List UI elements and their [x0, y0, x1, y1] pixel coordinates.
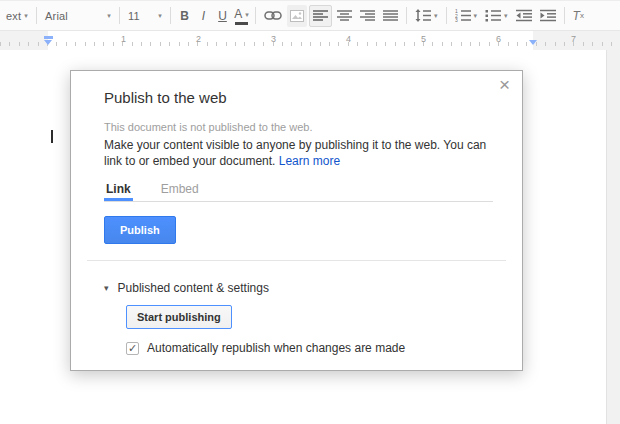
- toolbar-separator: [406, 7, 407, 24]
- chevron-down-icon: ▾: [107, 12, 111, 19]
- left-indent-handle[interactable]: [44, 40, 52, 45]
- insert-image-icon: [290, 10, 304, 22]
- insert-link-button[interactable]: [261, 5, 285, 27]
- font-family-dropdown[interactable]: Arial ▾: [42, 5, 114, 27]
- toolbar-separator: [255, 7, 256, 24]
- chevron-down-icon: ▾: [245, 11, 249, 18]
- dialog-title: Publish to the web: [104, 89, 489, 106]
- ruler-number: 6: [496, 34, 501, 44]
- formatting-toolbar: ext ▾ Arial ▾ 11 ▾ B I U A ▾: [0, 0, 620, 30]
- justify-icon: [383, 9, 398, 22]
- line-spacing-button[interactable]: ▾: [412, 5, 441, 27]
- left-indent-marker[interactable]: [44, 36, 53, 45]
- toolbar-separator: [564, 7, 565, 24]
- learn-more-link[interactable]: Learn more: [279, 154, 340, 168]
- numbered-list-icon: 123: [455, 9, 471, 22]
- clear-formatting-T: T: [573, 9, 580, 23]
- disclosure-triangle-icon: ▾: [104, 284, 109, 293]
- ruler-ticks: [0, 42, 620, 46]
- font-family-value: Arial: [45, 10, 68, 22]
- paragraph-style-value: ext: [6, 10, 21, 22]
- dialog-content: Publish to the web This document is not …: [71, 71, 522, 355]
- close-icon[interactable]: ×: [499, 75, 510, 94]
- chevron-down-icon: ▾: [24, 12, 28, 19]
- right-indent-marker[interactable]: [529, 40, 537, 45]
- start-publishing-button[interactable]: Start publishing: [126, 305, 232, 329]
- text-color-swatch: [235, 22, 248, 25]
- horizontal-ruler: 1 2 3 4 5 6 7: [0, 30, 620, 50]
- indent-icon: [540, 9, 556, 22]
- clear-formatting-x: x: [580, 11, 584, 20]
- toolbar-separator: [36, 7, 37, 24]
- ruler-number: 1: [121, 34, 126, 44]
- chevron-down-icon: ▾: [158, 12, 162, 19]
- ruler-number: 5: [421, 34, 426, 44]
- bulleted-list-button[interactable]: ▾: [482, 5, 511, 27]
- align-left-icon: [313, 9, 328, 22]
- outdent-button[interactable]: [513, 5, 535, 27]
- font-size-value: 11: [128, 10, 140, 22]
- ruler-number: 2: [196, 34, 201, 44]
- justify-button[interactable]: [380, 5, 401, 27]
- bulleted-list-icon: [485, 9, 501, 22]
- chevron-down-icon: ▾: [434, 12, 438, 19]
- ruler-number: 3: [271, 34, 276, 44]
- clear-formatting-button[interactable]: Tx: [570, 5, 587, 27]
- app-window: ext ▾ Arial ▾ 11 ▾ B I U A ▾: [0, 0, 620, 424]
- toolbar-separator: [170, 7, 171, 24]
- toolbar-separator: [446, 7, 447, 24]
- check-icon: ✓: [128, 343, 137, 354]
- text-cursor: [51, 130, 53, 143]
- publish-button[interactable]: Publish: [104, 216, 176, 244]
- scrollbar-track[interactable]: [606, 50, 620, 424]
- publish-status-note: This document is not published to the we…: [104, 121, 489, 133]
- outdent-icon: [516, 9, 532, 22]
- svg-text:3: 3: [455, 17, 458, 22]
- chevron-down-icon: ▾: [504, 12, 508, 19]
- text-color-button[interactable]: A ▾: [233, 5, 250, 27]
- publish-to-web-dialog: × Publish to the web This document is no…: [70, 70, 523, 371]
- indent-button[interactable]: [537, 5, 559, 27]
- text-color-letter: A: [234, 7, 242, 21]
- font-size-dropdown[interactable]: 11 ▾: [125, 5, 165, 27]
- ruler-number: 4: [346, 34, 351, 44]
- align-right-button[interactable]: [357, 5, 378, 27]
- section-divider: [87, 260, 506, 261]
- bold-button[interactable]: B: [176, 5, 193, 27]
- align-center-icon: [337, 9, 352, 22]
- insert-image-button[interactable]: [287, 5, 307, 27]
- italic-button[interactable]: I: [195, 5, 212, 27]
- ruler-number: 7: [571, 34, 576, 44]
- dialog-description: Make your content visible to anyone by p…: [104, 138, 489, 169]
- paragraph-style-dropdown[interactable]: ext ▾: [3, 5, 31, 27]
- numbered-list-button[interactable]: 123 ▾: [452, 5, 481, 27]
- section-header-label: Published content & settings: [118, 281, 269, 295]
- published-content-settings-toggle[interactable]: ▾ Published content & settings: [104, 281, 489, 295]
- tab-link[interactable]: Link: [104, 182, 133, 201]
- align-right-icon: [360, 9, 375, 22]
- auto-republish-checkbox[interactable]: ✓: [126, 342, 139, 355]
- align-left-button[interactable]: [309, 5, 332, 27]
- line-spacing-icon: [415, 9, 431, 22]
- first-line-indent-handle[interactable]: [44, 36, 53, 39]
- align-center-button[interactable]: [334, 5, 355, 27]
- chevron-down-icon: ▾: [474, 12, 478, 19]
- tab-embed[interactable]: Embed: [159, 182, 201, 201]
- underline-button[interactable]: U: [214, 5, 231, 27]
- toolbar-separator: [119, 7, 120, 24]
- link-icon: [264, 10, 282, 21]
- auto-republish-label: Automatically republish when changes are…: [147, 341, 405, 355]
- auto-republish-row: ✓ Automatically republish when changes a…: [126, 341, 489, 355]
- publish-tabs: Link Embed: [104, 182, 493, 202]
